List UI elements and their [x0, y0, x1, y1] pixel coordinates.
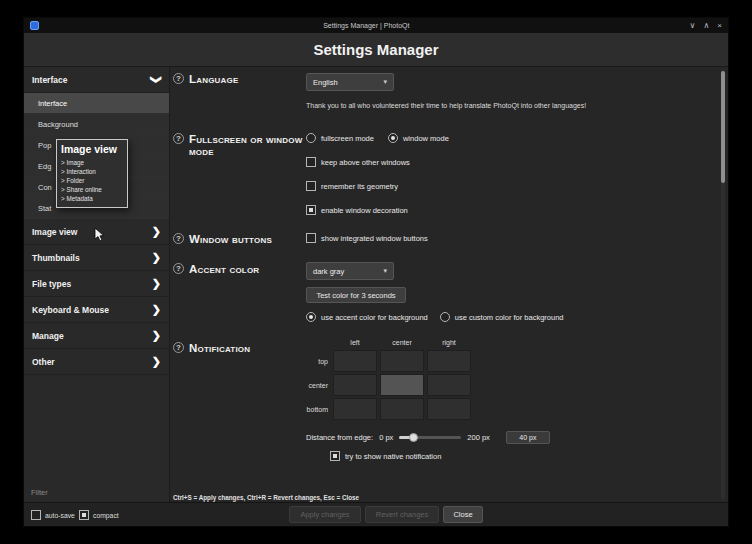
revert-changes-button[interactable]: Revert changes — [365, 506, 439, 523]
checkbox-icon — [31, 510, 41, 520]
fullscreen-mode-radio[interactable]: fullscreen mode — [306, 133, 374, 143]
sidebar-category-file-types[interactable]: File types ❯ — [24, 271, 169, 297]
help-icon[interactable]: ? — [173, 73, 184, 84]
chevron-right-icon: ❯ — [152, 252, 161, 263]
help-icon[interactable]: ? — [173, 233, 184, 244]
chevron-right-icon: ❯ — [152, 226, 161, 237]
sidebar-category-interface[interactable]: Interface ❯ — [24, 67, 169, 93]
notification-position-grid: left center right top center bottom — [306, 336, 471, 420]
apply-changes-button[interactable]: Apply changes — [289, 506, 361, 523]
maximize-button[interactable]: ∧ — [703, 21, 709, 30]
tooltip-item-image[interactable]: > Image — [61, 158, 123, 167]
section-accent-color: ? Accent color — [173, 263, 305, 275]
auto-save-checkbox[interactable]: auto-save — [31, 510, 75, 520]
notification-cell-top-center[interactable] — [380, 350, 424, 372]
shortcut-hint: Ctrl+S = Apply changes, Ctrl+R = Revert … — [173, 494, 359, 501]
notification-cell-center-left[interactable] — [333, 374, 377, 396]
close-button[interactable]: Close — [443, 506, 483, 523]
scrollbar-thumb[interactable] — [721, 71, 725, 183]
sidebar-category-keyboard-mouse[interactable]: Keyboard & Mouse ❯ — [24, 297, 169, 323]
sidebar-item-background[interactable]: Background — [24, 114, 169, 135]
filter-input[interactable]: Filter — [31, 488, 48, 497]
slider-handle[interactable] — [409, 433, 418, 442]
section-title: Language — [189, 73, 239, 85]
close-window-button[interactable]: × — [717, 21, 722, 30]
window-title: Settings Manager | PhotoQt — [43, 22, 690, 29]
distance-slider[interactable] — [399, 433, 461, 442]
checkbox-icon — [306, 181, 316, 191]
sidebar-category-other[interactable]: Other ❯ — [24, 349, 169, 375]
chevron-right-icon: ❯ — [152, 356, 161, 367]
sidebar-category-manage[interactable]: Manage ❯ — [24, 323, 169, 349]
radio-icon — [440, 312, 450, 322]
chevron-right-icon: ❯ — [152, 304, 161, 315]
checkbox-icon — [79, 510, 89, 520]
chevron-down-icon: ▾ — [383, 78, 387, 86]
sidebar-item-interface[interactable]: Interface — [24, 93, 169, 114]
integrated-buttons-checkbox[interactable]: show integrated window buttons — [306, 233, 428, 243]
image-view-tooltip: Image view > Image > Interaction > Folde… — [56, 139, 128, 208]
settings-content: ? Language English ▾ Thank you to all wh… — [170, 67, 728, 502]
checkbox-icon — [306, 157, 316, 167]
checkbox-icon — [306, 233, 316, 243]
notification-cell-center-right[interactable] — [427, 374, 471, 396]
section-window-buttons: ? Window buttons — [173, 233, 305, 245]
notification-cell-top-left[interactable] — [333, 350, 377, 372]
sidebar-category-label: Interface — [32, 75, 67, 85]
section-window-mode: ? Fullscreen or window mode — [173, 133, 305, 157]
chevron-right-icon: ❯ — [152, 278, 161, 289]
window-controls: ∨ ∧ × — [690, 21, 722, 30]
radio-icon — [306, 133, 316, 143]
test-color-button[interactable]: Test color for 3 seconds — [306, 287, 406, 303]
native-notification-checkbox[interactable]: try to show native notification — [330, 451, 441, 461]
sidebar-category-thumbnails[interactable]: Thumbnails ❯ — [24, 245, 169, 271]
chevron-right-icon: ❯ — [152, 330, 161, 341]
help-icon[interactable]: ? — [173, 263, 184, 274]
notification-cell-bottom-center[interactable] — [380, 398, 424, 420]
minimize-button[interactable]: ∨ — [690, 21, 696, 30]
chevron-down-icon: ▾ — [383, 267, 387, 275]
remember-geometry-checkbox[interactable]: remember its geometry — [306, 181, 398, 191]
notification-cell-center-center[interactable] — [380, 374, 424, 396]
page-title: Settings Manager — [24, 33, 728, 67]
chevron-down-icon: ❯ — [151, 75, 162, 84]
tooltip-item-folder[interactable]: > Folder — [61, 176, 123, 185]
checkbox-icon — [330, 451, 340, 461]
section-notification: ? Notification — [173, 342, 305, 354]
compact-checkbox[interactable]: compact — [79, 510, 119, 520]
notification-cell-top-right[interactable] — [427, 350, 471, 372]
accent-background-radio[interactable]: use accent color for background — [306, 312, 428, 322]
tooltip-title: Image view — [61, 143, 123, 155]
accent-color-dropdown[interactable]: dark gray ▾ — [306, 262, 394, 280]
sidebar: Interface ❯ Interface Background Pop Edg… — [24, 67, 170, 502]
distance-value-box[interactable]: 40 px — [506, 431, 550, 444]
section-language: ? Language — [173, 73, 305, 85]
help-icon[interactable]: ? — [173, 133, 184, 144]
radio-icon — [388, 133, 398, 143]
mouse-cursor — [94, 227, 107, 243]
photoqt-logo-icon — [30, 21, 39, 30]
notification-cell-bottom-left[interactable] — [333, 398, 377, 420]
settings-window: Settings Manager | PhotoQt ∨ ∧ × Setting… — [23, 17, 729, 527]
tooltip-item-share-online[interactable]: > Share online — [61, 185, 123, 194]
tooltip-item-metadata[interactable]: > Metadata — [61, 194, 123, 203]
help-icon[interactable]: ? — [173, 342, 184, 353]
language-dropdown[interactable]: English ▾ — [306, 73, 394, 91]
titlebar[interactable]: Settings Manager | PhotoQt ∨ ∧ × — [24, 18, 728, 33]
custom-background-radio[interactable]: use custom color for background — [440, 312, 564, 322]
notification-cell-bottom-right[interactable] — [427, 398, 471, 420]
distance-from-edge-row: Distance from edge: 0 px 200 px 40 px — [306, 431, 550, 444]
window-decoration-checkbox[interactable]: enable window decoration — [306, 205, 408, 215]
bottom-bar: auto-save compact Apply changes Revert c… — [24, 502, 728, 526]
desktop: Settings Manager | PhotoQt ∨ ∧ × Setting… — [0, 0, 752, 544]
tooltip-item-interaction[interactable]: > Interaction — [61, 167, 123, 176]
language-note: Thank you to all who volunteered their t… — [306, 102, 729, 109]
window-mode-radio[interactable]: window mode — [388, 133, 449, 143]
checkbox-icon — [306, 205, 316, 215]
radio-icon — [306, 312, 316, 322]
keep-above-checkbox[interactable]: keep above other windows — [306, 157, 410, 167]
